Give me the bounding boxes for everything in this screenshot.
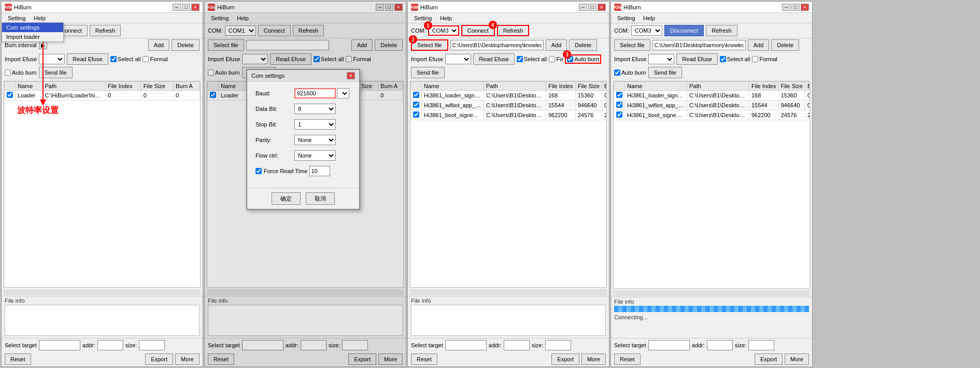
export-btn-4[interactable]: Export [755,353,783,365]
more-btn-3[interactable]: More [581,353,606,365]
table-row[interactable]: Hi3861_wifiiot_app_burn... C:\Users\B1\D… [614,101,811,110]
dialog-cancel-btn[interactable]: 取消 [306,192,335,205]
maximize-btn-1[interactable]: □ [182,4,190,11]
send-file-btn-4[interactable]: Send file [648,67,682,78]
send-file-btn-3[interactable]: Send file [411,67,445,78]
parity-select[interactable]: None Even Odd [294,135,336,145]
help-menu-4[interactable]: Help [639,15,659,22]
com-select-4[interactable]: COM3 [631,25,662,36]
auto-burn-check-1[interactable]: Auto burn [5,69,37,76]
hscroll-1[interactable] [4,289,201,295]
com-select-3[interactable]: COM3 [428,25,459,36]
add-btn-4[interactable]: Add [748,39,770,51]
data-bit-select[interactable]: 8 7 [294,104,336,114]
file-info-content-1 [5,305,200,336]
hscroll-4[interactable] [613,290,810,296]
baud-select[interactable]: ▼ [337,88,349,98]
refresh-btn-3[interactable]: Refresh [497,25,530,36]
dialog-confirm-btn[interactable]: 确定 [272,192,301,205]
table-row[interactable]: Hi3861_boot_signed_B.bin C:\Users\B1\Des… [614,110,811,120]
delete-btn-3[interactable]: Delete [569,39,597,51]
minimize-btn-4[interactable]: ─ [782,4,790,11]
reset-btn-4[interactable]: Reset [614,353,641,365]
delete-btn-4[interactable]: Delete [771,39,799,51]
cell-filesize-4a: 15360 [778,91,805,101]
size-input-4[interactable] [748,340,774,350]
select-all-check-3[interactable]: Select all [517,56,547,62]
setting-menu-4[interactable]: Setting [613,15,639,22]
window-title-4: HiBurn [623,4,641,10]
size-input-3[interactable] [545,340,571,350]
col-name-1: Name [16,82,43,91]
hscroll-3[interactable] [410,289,607,295]
select-target-input-4[interactable] [648,340,690,350]
export-btn-1[interactable]: Export [145,353,173,365]
refresh-btn-1[interactable]: Refresh [90,25,121,36]
send-file-btn-1[interactable]: Send file [39,67,73,78]
close-btn-1[interactable]: ✕ [191,4,200,11]
minimize-btn-3[interactable]: ─ [579,4,587,11]
more-btn-1[interactable]: More [175,353,200,365]
formal-check-3[interactable]: Fo [549,56,563,62]
force-read-input[interactable] [309,166,330,176]
maximize-btn-4[interactable]: □ [791,4,800,11]
add-btn-1[interactable]: Add [148,39,170,51]
table-row[interactable]: Hi3861_wifiiot_app_burn... C:\Users\B1\D… [411,101,607,110]
progress-bar-4 [614,306,809,312]
cell-burna: 0 [173,91,200,101]
add-btn-3[interactable]: Add [546,39,567,51]
title-bar-1: AIW HiBurn ─ □ ✕ [2,2,203,13]
table-row[interactable]: Hi3861_loader_signed.bin C:\Users\B1\Des… [411,91,607,101]
setting-menu-1[interactable]: Setting [4,15,30,22]
force-read-check[interactable] [255,168,262,174]
table-row[interactable]: Hi3861_boot_signed_B.bin C:\Users\B1\Des… [411,110,607,120]
disconnect-btn-4[interactable]: Disconnect [664,25,704,36]
import-efuse-select-1[interactable] [39,54,65,64]
table-row[interactable]: Hi3861_loader_signed.bin C:\Users\B1\Des… [614,91,811,101]
badge-2: 2 [409,35,417,44]
select-all-check-4[interactable]: Select all [720,56,750,62]
menu-bar-4: Setting Help [611,13,812,23]
read-efuse-btn-3[interactable]: Read Efuse [473,53,514,65]
minimize-btn-1[interactable]: ─ [173,4,181,11]
refresh-btn-4[interactable]: Refresh [706,25,737,36]
close-btn-4[interactable]: ✕ [801,4,809,11]
flow-ctrl-select[interactable]: None Hardware Software [294,150,336,161]
table-row[interactable]: Loader C:\HiBurn\Loader\hiburn_loader.bi… [5,91,200,101]
addr-input-4[interactable] [707,340,733,350]
more-btn-4[interactable]: More [785,353,809,365]
maximize-btn-3[interactable]: □ [588,4,596,11]
size-input-1[interactable] [139,340,165,350]
close-btn-3[interactable]: ✕ [598,4,606,11]
read-efuse-btn-1[interactable]: Read Efuse [67,53,108,65]
auto-burn-check-4[interactable]: Auto burn [614,69,646,76]
select-file-input-3[interactable] [450,40,544,50]
import-efuse-select-3[interactable] [445,54,471,64]
delete-btn-1[interactable]: Delete [172,39,200,51]
read-efuse-btn-4[interactable]: Read Efuse [676,53,717,65]
help-menu-1[interactable]: Help [30,15,50,22]
formal-check-4[interactable]: Formal [752,56,777,62]
burn-interval-btn-1[interactable]: ▶ [39,41,47,49]
dialog-close-btn[interactable]: ✕ [347,72,355,79]
com-select-wrapper-3: COM3 1 [428,25,459,36]
export-btn-3[interactable]: Export [551,353,579,365]
select-target-input-3[interactable] [445,340,487,350]
addr-input-3[interactable] [504,340,530,350]
reset-btn-3[interactable]: Reset [411,353,437,365]
import-loader-menu-item[interactable]: Import loader [2,32,63,41]
baud-input[interactable] [294,88,336,98]
reset-btn-1[interactable]: Reset [5,353,31,365]
import-efuse-select-4[interactable] [648,54,674,64]
select-all-check-1[interactable]: Select all [110,56,141,62]
stop-bit-select[interactable]: 1 2 [294,119,336,130]
formal-check-1[interactable]: Formal [143,56,167,62]
select-file-input-4[interactable] [652,40,746,50]
com-settings-menu-item[interactable]: Com settings [2,23,63,32]
help-menu-3[interactable]: Help [436,15,456,22]
setting-menu-3[interactable]: Setting [410,15,436,22]
addr-input-1[interactable] [97,340,123,350]
cell-filesize-3c: 24576 [575,110,602,120]
select-target-input-1[interactable] [39,340,80,350]
select-file-btn-4[interactable]: Select file [614,39,650,51]
